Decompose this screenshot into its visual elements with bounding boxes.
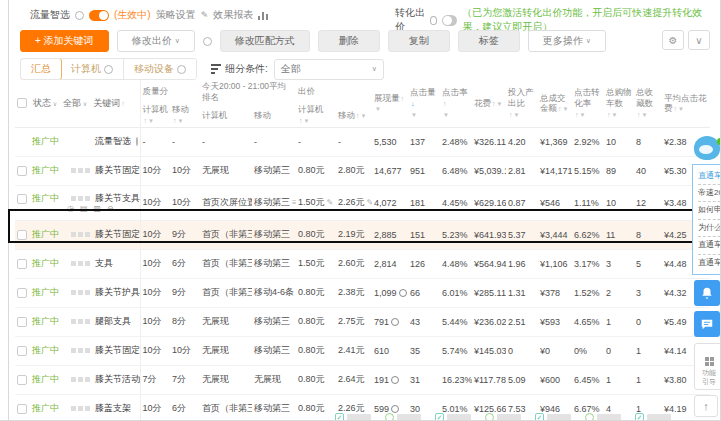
- subdivision-select[interactable]: 全部∨: [274, 59, 384, 80]
- tag-button[interactable]: 标签: [458, 30, 520, 52]
- back-to-top-button[interactable]: ↑: [694, 395, 718, 417]
- modify-bid-button[interactable]: 修改出价∨: [117, 30, 195, 52]
- keyword-label[interactable]: 腿部支具: [95, 315, 131, 328]
- bid-mobile-cell[interactable]: 2.41元✎: [336, 336, 372, 365]
- edit-bid-pencil-icon[interactable]: ✎: [367, 198, 372, 207]
- col-bid-pc[interactable]: 计算机↑▼: [296, 103, 336, 127]
- col-gmv[interactable]: 总成交金额↑▼: [538, 80, 572, 127]
- bar-chart-icon[interactable]: [258, 11, 268, 20]
- assistant-header-link[interactable]: 直通车…: [698, 168, 721, 185]
- status-filter[interactable]: 状态 ∨: [33, 98, 57, 109]
- info-icon[interactable]: [203, 37, 212, 46]
- table-row[interactable]: 推广中 膝关节护具 ◷▤▥⊖ 10分 9分 首页（非第三）≡ 移动4-6条≡ 0…: [15, 278, 710, 307]
- bid-mobile-cell[interactable]: 2.64元✎: [336, 365, 372, 394]
- assistant-faq-item[interactable]: 为什么…过日期…: [698, 220, 721, 237]
- col-qs-mobile[interactable]: 移动↑▼: [170, 103, 200, 127]
- col-cost[interactable]: 花费↑▼: [472, 80, 506, 127]
- bid-pc-cell[interactable]: 0.80元✎: [296, 336, 336, 365]
- bid-pc-cell[interactable]: 0.80元✎: [296, 156, 336, 185]
- bid-pc-cell[interactable]: 0.80元✎: [296, 307, 336, 336]
- assistant-faq-item[interactable]: 直通车…广计划?: [698, 255, 721, 271]
- col-carts[interactable]: 总购物车数↑▼: [604, 80, 634, 127]
- table-row[interactable]: 推广中 膝关节固定器 ◷▤▥⊖ 10分 10分 无展现≡ 移动第三≡ 0.80元…: [15, 156, 710, 185]
- impression-info-icon[interactable]: [399, 289, 407, 297]
- keyword-label[interactable]: 膝关节固定: [95, 344, 140, 357]
- keyword-label[interactable]: 膝关节固定器: [95, 164, 140, 177]
- tab-summary[interactable]: 汇总: [20, 58, 62, 80]
- bid-mobile-cell[interactable]: -✎: [336, 127, 372, 156]
- keyword-label[interactable]: 流量智选: [95, 135, 131, 148]
- row-checkbox[interactable]: [17, 259, 27, 269]
- collapse-chevron-icon[interactable]: ∨: [688, 30, 710, 50]
- strategy-settings-link[interactable]: 策略设置: [156, 8, 196, 22]
- bid-pc-cell[interactable]: 0.80元✎: [296, 278, 336, 307]
- keyword-label[interactable]: 膝关节固定支具: [95, 228, 140, 241]
- keyword-label[interactable]: 膝关节护具: [95, 286, 140, 299]
- copy-button[interactable]: 复制: [388, 30, 450, 52]
- bid-pc-cell[interactable]: -✎: [296, 127, 336, 156]
- notification-bell-button[interactable]: [694, 280, 720, 306]
- edit-bid-pencil-icon[interactable]: ✎: [327, 198, 334, 207]
- table-row[interactable]: 推广中 支具 ◷▤▥⊖ 10分 6分 首页（非第三）≡ 移动第三≡ 1.50元✎…: [15, 249, 710, 278]
- edit-pencil-icon[interactable]: ✎: [201, 10, 209, 20]
- more-actions-button[interactable]: 更多操作∨: [528, 30, 606, 52]
- assistant-faq-item[interactable]: 帝速20…: [698, 185, 721, 202]
- info-icon[interactable]: [430, 16, 437, 25]
- keyword-hover-icons[interactable]: ◷▤▥⊖: [67, 205, 138, 213]
- table-row[interactable]: 推广中 流量智选 ◷▤▥⊖ - - -≡ -≡ -✎ -✎ 5,530 137 …: [15, 127, 710, 156]
- gear-icon[interactable]: ⚙: [662, 30, 684, 50]
- keyword-label[interactable]: 支具: [95, 257, 113, 270]
- col-impressions[interactable]: 展现量↑▼: [372, 80, 408, 127]
- keyword-label[interactable]: 膝关节支具: [95, 192, 140, 205]
- impression-info-icon[interactable]: [391, 318, 399, 326]
- col-clicks[interactable]: 点击量↓▼: [408, 80, 440, 127]
- chat-button[interactable]: [694, 311, 720, 337]
- col-avg-cpc[interactable]: 平均点击花费↑▼: [662, 80, 710, 127]
- report-link[interactable]: 效果报表: [213, 8, 253, 22]
- col-rank-pc[interactable]: 计算机: [200, 103, 252, 127]
- col-ctr[interactable]: 点击率↑▼: [440, 80, 472, 127]
- keyword-label[interactable]: 膝关节活动支具: [95, 373, 140, 386]
- col-rank-mobile[interactable]: 移动: [252, 103, 296, 127]
- row-checkbox[interactable]: [17, 194, 27, 204]
- smart-flow-toggle[interactable]: [89, 10, 109, 21]
- info-icon[interactable]: [75, 11, 84, 20]
- table-row[interactable]: 推广中 膝关节活动支具 ◷▤▥⊖ 7分 7分 无展现≡ 无展现≡ 0.80元✎ …: [15, 365, 710, 394]
- assistant-mascot-icon[interactable]: [694, 136, 720, 160]
- row-checkbox[interactable]: [17, 317, 27, 327]
- bid-mobile-cell[interactable]: 2.75元✎: [336, 307, 372, 336]
- table-row[interactable]: 推广中 腿部支具 ◷▤▥⊖ 10分 8分 无展现≡ 移动第三≡ 0.80元✎ 2…: [15, 307, 710, 336]
- bid-pc-cell[interactable]: 0.80元✎: [296, 220, 336, 249]
- table-row[interactable]: 推广中 膝关节固定支具 ◷▤▥⊖ 10分 9分 首页（非第三）≡ 移动第三≡ 0…: [15, 220, 710, 249]
- tab-mobile[interactable]: 移动设备: [124, 59, 196, 79]
- col-bid-mobile[interactable]: 移动↑▼: [336, 103, 372, 127]
- impression-info-icon[interactable]: [391, 376, 399, 384]
- keyword-label[interactable]: 膝盖支架: [95, 402, 131, 415]
- add-keyword-button[interactable]: + 添加关键词: [20, 30, 109, 52]
- tab-pc[interactable]: 计算机: [61, 59, 124, 79]
- row-checkbox[interactable]: [17, 230, 27, 240]
- assistant-faq-item[interactable]: 直通车…厂: [698, 237, 721, 254]
- select-all-checkbox[interactable]: [17, 98, 27, 108]
- bid-pc-cell[interactable]: 1.50元✎: [296, 185, 336, 220]
- col-favs[interactable]: 总收藏数↑▼: [634, 80, 662, 127]
- modify-match-button[interactable]: 修改匹配方式: [220, 30, 310, 52]
- bid-mobile-cell[interactable]: 2.60元✎: [336, 249, 372, 278]
- bid-mobile-cell[interactable]: 2.38元✎: [336, 278, 372, 307]
- keyword-info-icon[interactable]: [136, 137, 138, 146]
- keyword-sort[interactable]: 关键词↑: [93, 98, 125, 109]
- row-checkbox[interactable]: [17, 166, 27, 176]
- table-row[interactable]: 推广中 膝关节支具 ◷▤▥⊖ 10分 10分 首页次屏位置≡ 移动第三≡ 1.5…: [15, 185, 710, 220]
- bid-pc-cell[interactable]: 1.50元✎: [296, 249, 336, 278]
- row-checkbox[interactable]: [17, 375, 27, 385]
- col-cvr[interactable]: 点击转化率↑▼: [572, 80, 604, 127]
- col-qs-pc[interactable]: 计算机↑▼: [140, 103, 170, 127]
- match-filter[interactable]: 全部 ∨: [63, 98, 87, 109]
- col-roi[interactable]: 投入产出比↑▼: [506, 80, 538, 127]
- bid-pc-cell[interactable]: 0.80元✎: [296, 394, 336, 421]
- rank-list-icon[interactable]: ≡: [292, 198, 296, 207]
- row-checkbox[interactable]: [17, 404, 27, 414]
- delete-button[interactable]: 删除: [318, 30, 380, 52]
- table-row[interactable]: 推广中 膝关节固定 ◷▤▥⊖ 10分 10分 无展现≡ 移动第三≡ 0.80元✎…: [15, 336, 710, 365]
- bid-mobile-cell[interactable]: 2.19元✎: [336, 220, 372, 249]
